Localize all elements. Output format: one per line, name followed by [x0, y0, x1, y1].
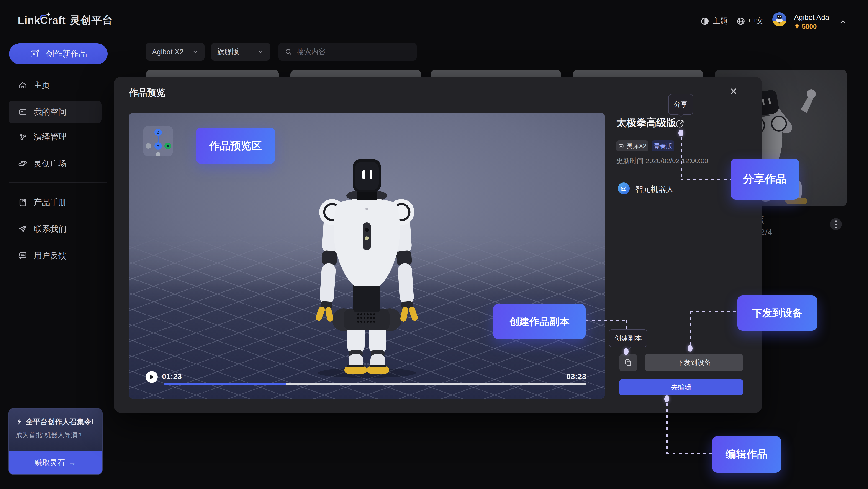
create-copy-tooltip: 创建副本: [609, 329, 648, 347]
chevron-up-icon[interactable]: [838, 17, 848, 27]
sidebar-item-my-space[interactable]: 我的空间: [9, 100, 102, 123]
sidebar-item-label: 主页: [34, 80, 50, 91]
background-card-count: 2/4: [761, 228, 773, 236]
sidebar-item-label: 联系我们: [34, 224, 66, 235]
sidebar-item-label: 灵创广场: [34, 158, 66, 169]
logo-c-mark: C: [40, 14, 48, 26]
annotation-preview-area: 作品预览区: [196, 128, 275, 164]
connector-line: [586, 320, 626, 321]
edition-dropdown[interactable]: 旗舰版: [211, 43, 270, 61]
chevron-down-icon: [192, 48, 199, 55]
sidebar-item-performance[interactable]: 演绎管理: [9, 125, 102, 148]
current-time: 01:23: [162, 372, 182, 381]
axis-gizmo[interactable]: Z Y X: [143, 126, 174, 156]
video-create-icon: [30, 49, 40, 59]
language-label: 中文: [749, 16, 764, 26]
total-time: 03:23: [552, 372, 586, 381]
sidebar-item-contact[interactable]: 联系我们: [9, 218, 102, 240]
sidebar-item-label: 演绎管理: [34, 132, 66, 143]
connector-dot: [688, 345, 692, 352]
theme-label: 主题: [713, 16, 728, 26]
robot-face-icon: [618, 143, 624, 149]
robot-model: [299, 157, 435, 379]
search-input[interactable]: [297, 48, 406, 56]
connector-dot: [664, 396, 669, 402]
logo-text-left: Link: [18, 14, 40, 26]
logo-star-icon: [46, 12, 51, 17]
close-icon[interactable]: ×: [726, 84, 741, 98]
play-icon: [149, 374, 154, 380]
theme-toggle[interactable]: 主题: [700, 16, 728, 26]
search-box[interactable]: [278, 43, 417, 61]
network-nodes-icon: [18, 132, 27, 141]
sidebar-item-feedback[interactable]: 用户反馈: [9, 244, 102, 267]
sidebar-divider: [9, 182, 107, 183]
book-icon: [18, 198, 27, 207]
model-dropdown[interactable]: Agibot X2: [146, 43, 205, 61]
connector-line: [690, 311, 691, 345]
earn-gems-button[interactable]: 赚取灵石 →: [9, 451, 102, 474]
annotation-create-copy: 创建作品副本: [493, 304, 586, 339]
gizmo-y-label: Y: [157, 144, 159, 148]
connector-line: [681, 179, 731, 180]
copy-icon: [624, 358, 632, 367]
go-edit-button[interactable]: 去编辑: [619, 379, 743, 396]
arrow-right-icon: →: [69, 458, 76, 467]
sidebar-item-label: 产品手册: [34, 197, 66, 208]
search-icon: [284, 48, 292, 56]
sidebar-item-home[interactable]: 主页: [9, 74, 102, 97]
user-avatar[interactable]: [772, 12, 786, 26]
promo-card: 全平台创作人召集令! 成为首批"机器人导演"! 赚取灵石 →: [8, 408, 102, 475]
sidebar-item-label: 我的空间: [34, 107, 66, 118]
gizmo-x-label: X: [166, 144, 169, 148]
robot-face-icon: [620, 185, 627, 192]
home-icon: [18, 81, 27, 90]
credits-badge: 5000: [794, 23, 817, 30]
create-copy-button[interactable]: [619, 354, 637, 371]
model-tag: 灵犀X2: [616, 141, 648, 151]
promo-subtitle: 成为首批"机器人导演"!: [16, 431, 82, 440]
annotation-share-work: 分享作品: [731, 159, 799, 200]
app-logo: LinkCraft 灵创平台: [18, 13, 113, 27]
sidebar-item-manual[interactable]: 产品手册: [9, 191, 102, 214]
progress-bar[interactable]: [163, 383, 586, 385]
logo-suffix: 灵创平台: [70, 13, 113, 27]
deploy-to-device-button[interactable]: 下发到设备: [645, 354, 743, 371]
author-avatar: [618, 182, 630, 194]
globe-icon: [736, 17, 745, 26]
sidebar-item-plaza[interactable]: 灵创广场: [9, 152, 102, 175]
play-button[interactable]: [146, 371, 158, 383]
gizmo-z-label: Z: [157, 130, 159, 135]
theme-icon: [700, 17, 709, 26]
language-switcher[interactable]: 中文: [736, 16, 764, 26]
folder-icon: [18, 108, 27, 117]
share-icon[interactable]: [675, 119, 685, 129]
avatar-robot-image: [772, 12, 786, 26]
author-name: 智元机器人: [635, 184, 674, 195]
sidebar-item-label: 用户反馈: [34, 250, 66, 261]
chevron-down-icon: [257, 48, 264, 55]
card-more-menu-button[interactable]: [830, 218, 842, 230]
connector-line: [666, 403, 668, 454]
edition-dropdown-value: 旗舰版: [217, 47, 239, 57]
paper-plane-icon: [18, 224, 27, 234]
connector-line: [690, 311, 738, 312]
model-tag-label: 灵犀X2: [626, 142, 646, 150]
lightning-icon: [16, 419, 23, 425]
connector-dot: [624, 348, 628, 355]
modal-title: 作品预览: [129, 86, 165, 99]
edition-tag-label: 青春版: [654, 142, 672, 150]
credits-value: 5000: [802, 23, 817, 30]
model-dropdown-value: Agibot X2: [152, 48, 184, 56]
connector-line: [681, 137, 682, 180]
progress-fill: [163, 383, 286, 385]
work-preview-modal: 作品预览 ×: [114, 77, 762, 413]
user-name: Agibot Ada: [794, 13, 829, 22]
annotation-edit-work: 编辑作品: [712, 436, 781, 472]
annotation-deploy: 下发到设备: [738, 295, 817, 331]
create-new-work-button[interactable]: 创作新作品: [9, 43, 107, 64]
promo-title: 全平台创作人召集令!: [16, 417, 94, 427]
connector-line: [666, 453, 712, 454]
create-new-work-label: 创作新作品: [46, 48, 87, 60]
edition-tag: 青春版: [652, 141, 674, 151]
